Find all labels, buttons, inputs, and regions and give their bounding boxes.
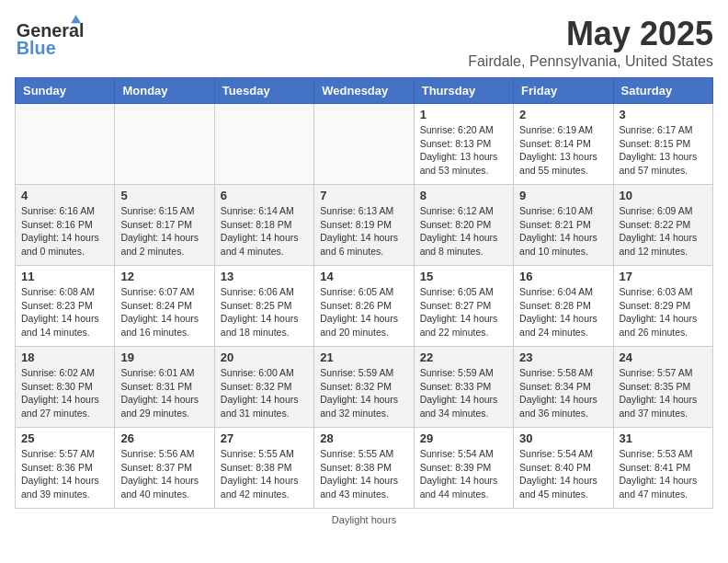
day-number: 9 (519, 189, 607, 202)
day-info: Sunrise: 5:55 AMSunset: 8:38 PMDaylight:… (221, 447, 308, 501)
day-info: Sunrise: 6:05 AMSunset: 8:26 PMDaylight:… (320, 285, 407, 339)
calendar-day-4: 4Sunrise: 6:16 AMSunset: 8:16 PMDaylight… (16, 185, 115, 266)
calendar-day-27: 27Sunrise: 5:55 AMSunset: 8:38 PMDayligh… (214, 428, 313, 509)
calendar-day-14: 14Sunrise: 6:05 AMSunset: 8:26 PMDayligh… (314, 266, 414, 347)
calendar-day-31: 31Sunrise: 5:53 AMSunset: 8:41 PMDayligh… (613, 428, 712, 509)
day-number: 11 (21, 270, 108, 283)
day-info: Sunrise: 5:54 AMSunset: 8:40 PMDaylight:… (519, 447, 607, 501)
day-info: Sunrise: 5:59 AMSunset: 8:33 PMDaylight:… (420, 366, 507, 420)
day-info: Sunrise: 5:59 AMSunset: 8:32 PMDaylight:… (320, 366, 407, 420)
day-info: Sunrise: 6:00 AMSunset: 8:32 PMDaylight:… (221, 366, 308, 420)
page-container: General Blue May 2025 Fairdale, Pennsylv… (15, 15, 713, 525)
calendar-week-row: 18Sunrise: 6:02 AMSunset: 8:30 PMDayligh… (16, 347, 713, 428)
day-info: Sunrise: 5:54 AMSunset: 8:39 PMDaylight:… (420, 447, 507, 501)
day-number: 4 (21, 189, 108, 202)
day-info: Sunrise: 5:57 AMSunset: 8:35 PMDaylight:… (620, 366, 707, 420)
day-number: 3 (620, 108, 707, 121)
day-number: 31 (620, 431, 707, 445)
day-info: Sunrise: 5:58 AMSunset: 8:34 PMDaylight:… (519, 366, 607, 420)
calendar-day-28: 28Sunrise: 5:55 AMSunset: 8:38 PMDayligh… (314, 428, 414, 509)
col-header-wednesday: Wednesday (314, 78, 414, 104)
calendar-day-15: 15Sunrise: 6:05 AMSunset: 8:27 PMDayligh… (414, 266, 513, 347)
day-number: 19 (120, 350, 208, 364)
day-info: Sunrise: 5:55 AMSunset: 8:38 PMDaylight:… (320, 447, 407, 501)
calendar-day-3: 3Sunrise: 6:17 AMSunset: 8:15 PMDaylight… (613, 104, 712, 185)
day-number: 16 (519, 270, 607, 283)
calendar-day-24: 24Sunrise: 5:57 AMSunset: 8:35 PMDayligh… (613, 347, 712, 428)
day-info: Sunrise: 6:08 AMSunset: 8:23 PMDaylight:… (21, 285, 108, 339)
col-header-thursday: Thursday (414, 78, 513, 104)
calendar-day-23: 23Sunrise: 5:58 AMSunset: 8:34 PMDayligh… (514, 347, 613, 428)
day-info: Sunrise: 6:16 AMSunset: 8:16 PMDaylight:… (21, 204, 108, 259)
calendar-day-30: 30Sunrise: 5:54 AMSunset: 8:40 PMDayligh… (514, 428, 613, 509)
day-info: Sunrise: 6:13 AMSunset: 8:19 PMDaylight:… (320, 204, 407, 259)
calendar-empty-cell (16, 104, 115, 185)
title-area: May 2025 Fairdale, Pennsylvania, United … (468, 15, 713, 70)
day-number: 17 (620, 270, 707, 283)
day-number: 22 (420, 350, 507, 364)
day-number: 14 (320, 270, 407, 283)
calendar-week-row: 1Sunrise: 6:20 AMSunset: 8:13 PMDaylight… (16, 104, 713, 185)
day-number: 27 (221, 431, 308, 445)
day-number: 30 (519, 431, 607, 445)
day-info: Sunrise: 6:02 AMSunset: 8:30 PMDaylight:… (21, 366, 108, 420)
calendar-day-26: 26Sunrise: 5:56 AMSunset: 8:37 PMDayligh… (115, 428, 214, 509)
calendar-day-10: 10Sunrise: 6:09 AMSunset: 8:22 PMDayligh… (613, 185, 712, 266)
day-info: Sunrise: 6:14 AMSunset: 8:18 PMDaylight:… (221, 204, 308, 259)
day-number: 8 (420, 189, 507, 202)
calendar-empty-cell (214, 104, 313, 185)
day-info: Sunrise: 6:20 AMSunset: 8:13 PMDaylight:… (420, 123, 507, 178)
col-header-friday: Friday (514, 78, 613, 104)
day-number: 13 (221, 270, 308, 283)
calendar-day-19: 19Sunrise: 6:01 AMSunset: 8:31 PMDayligh… (115, 347, 214, 428)
calendar-day-5: 5Sunrise: 6:15 AMSunset: 8:17 PMDaylight… (115, 185, 214, 266)
calendar-day-17: 17Sunrise: 6:03 AMSunset: 8:29 PMDayligh… (613, 266, 712, 347)
header: General Blue May 2025 Fairdale, Pennsylv… (15, 15, 713, 70)
calendar-day-11: 11Sunrise: 6:08 AMSunset: 8:23 PMDayligh… (16, 266, 115, 347)
day-info: Sunrise: 6:07 AMSunset: 8:24 PMDaylight:… (120, 285, 208, 339)
calendar-empty-cell (115, 104, 214, 185)
day-number: 26 (120, 431, 208, 445)
day-number: 1 (420, 108, 507, 121)
day-info: Sunrise: 6:15 AMSunset: 8:17 PMDaylight:… (120, 204, 208, 259)
day-info: Sunrise: 6:06 AMSunset: 8:25 PMDaylight:… (221, 285, 308, 339)
calendar-day-12: 12Sunrise: 6:07 AMSunset: 8:24 PMDayligh… (115, 266, 214, 347)
calendar-day-20: 20Sunrise: 6:00 AMSunset: 8:32 PMDayligh… (214, 347, 313, 428)
calendar-day-7: 7Sunrise: 6:13 AMSunset: 8:19 PMDaylight… (314, 185, 414, 266)
calendar-week-row: 11Sunrise: 6:08 AMSunset: 8:23 PMDayligh… (16, 266, 713, 347)
calendar-empty-cell (314, 104, 414, 185)
calendar-day-8: 8Sunrise: 6:12 AMSunset: 8:20 PMDaylight… (414, 185, 513, 266)
day-info: Sunrise: 6:09 AMSunset: 8:22 PMDaylight:… (620, 204, 707, 259)
day-number: 10 (620, 189, 707, 202)
day-number: 12 (120, 270, 208, 283)
col-header-saturday: Saturday (613, 78, 712, 104)
day-info: Sunrise: 6:19 AMSunset: 8:14 PMDaylight:… (519, 123, 607, 178)
day-info: Sunrise: 6:17 AMSunset: 8:15 PMDaylight:… (620, 123, 707, 178)
day-info: Sunrise: 6:04 AMSunset: 8:28 PMDaylight:… (519, 285, 607, 339)
day-info: Sunrise: 6:12 AMSunset: 8:20 PMDaylight:… (420, 204, 507, 259)
calendar-day-16: 16Sunrise: 6:04 AMSunset: 8:28 PMDayligh… (514, 266, 613, 347)
calendar-subtitle: Fairdale, Pennsylvania, United States (468, 53, 713, 70)
day-info: Sunrise: 6:05 AMSunset: 8:27 PMDaylight:… (420, 285, 507, 339)
svg-marker-2 (71, 15, 81, 23)
day-number: 28 (320, 431, 407, 445)
day-number: 23 (519, 350, 607, 364)
day-number: 2 (519, 108, 607, 121)
calendar-day-25: 25Sunrise: 5:57 AMSunset: 8:36 PMDayligh… (16, 428, 115, 509)
day-info: Sunrise: 6:10 AMSunset: 8:21 PMDaylight:… (519, 204, 607, 259)
calendar-day-21: 21Sunrise: 5:59 AMSunset: 8:32 PMDayligh… (314, 347, 414, 428)
calendar-day-22: 22Sunrise: 5:59 AMSunset: 8:33 PMDayligh… (414, 347, 513, 428)
calendar-day-13: 13Sunrise: 6:06 AMSunset: 8:25 PMDayligh… (214, 266, 313, 347)
day-number: 7 (320, 189, 407, 202)
col-header-tuesday: Tuesday (214, 78, 313, 104)
day-info: Sunrise: 6:03 AMSunset: 8:29 PMDaylight:… (620, 285, 707, 339)
calendar-week-row: 25Sunrise: 5:57 AMSunset: 8:36 PMDayligh… (16, 428, 713, 509)
day-number: 24 (620, 350, 707, 364)
calendar-day-6: 6Sunrise: 6:14 AMSunset: 8:18 PMDaylight… (214, 185, 313, 266)
daylight-hours-label: Daylight hours (332, 514, 396, 525)
day-number: 20 (221, 350, 308, 364)
calendar-title: May 2025 (468, 15, 713, 53)
calendar-header-row: SundayMondayTuesdayWednesdayThursdayFrid… (16, 78, 713, 104)
svg-text:Blue: Blue (17, 38, 56, 58)
logo-svg: General Blue (15, 15, 97, 61)
